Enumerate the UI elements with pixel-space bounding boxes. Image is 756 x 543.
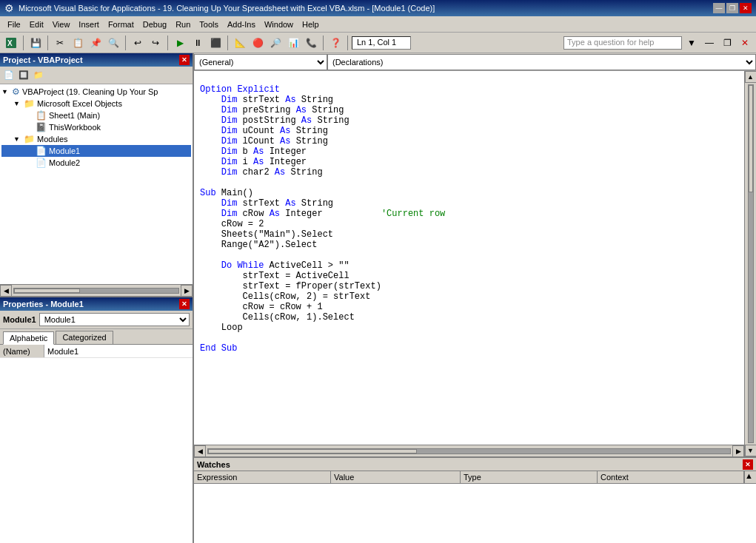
code-vscroll-track[interactable] bbox=[748, 84, 754, 443]
tree-modules-label: Modules bbox=[37, 135, 68, 144]
watches-col-context: Context bbox=[598, 471, 744, 483]
prop-val-name[interactable]: Module1 bbox=[44, 347, 81, 356]
code-panel: (General) (Declarations) Option Explicit… bbox=[194, 53, 756, 543]
menu-item-window[interactable]: Window bbox=[260, 18, 298, 30]
menu-item-edit[interactable]: Edit bbox=[25, 18, 48, 30]
tree-module2-label: Module2 bbox=[49, 158, 80, 167]
menu-item-debug[interactable]: Debug bbox=[138, 18, 171, 30]
project-title: Project - VBAProject bbox=[3, 55, 83, 64]
help-search-btn[interactable]: ▼ bbox=[683, 35, 700, 51]
prop-tab-categorized[interactable]: Categorized bbox=[56, 331, 113, 344]
toolbar-undo[interactable]: ↩ bbox=[130, 35, 146, 51]
code-combo-declarations[interactable]: (Declarations) bbox=[327, 54, 756, 70]
tree-module1-label: Module1 bbox=[49, 146, 80, 155]
code-hscroll-thumb[interactable] bbox=[208, 449, 417, 453]
properties-panel: Properties - Module1 ✕ Module1 Module1 A… bbox=[0, 297, 193, 543]
hscroll-left[interactable]: ◀ bbox=[0, 285, 12, 297]
code-vscroll[interactable]: ▲ ▼ bbox=[744, 71, 756, 456]
tree-thisworkbook[interactable]: 📓 ThisWorkbook bbox=[1, 121, 191, 133]
menu-item-view[interactable]: View bbox=[48, 18, 75, 30]
help-input[interactable]: Type a question for help bbox=[563, 36, 682, 50]
code-editor[interactable]: Option Explicit Dim strText As String Di… bbox=[194, 71, 744, 445]
toolbar-redo[interactable]: ↪ bbox=[147, 35, 164, 51]
menu-item-run[interactable]: Run bbox=[171, 18, 195, 30]
menu-item-help[interactable]: Help bbox=[298, 18, 324, 30]
tree-excel-objects[interactable]: ▼ 📁 Microsoft Excel Objects bbox=[1, 98, 191, 109]
restore-button[interactable]: ❐ bbox=[726, 3, 738, 13]
properties-close-btn[interactable]: ✕ bbox=[179, 299, 190, 309]
hscroll-track[interactable] bbox=[13, 288, 179, 294]
code-vscroll-down[interactable]: ▼ bbox=[745, 445, 757, 456]
toolbar-restore-all[interactable]: ❐ bbox=[719, 35, 735, 51]
toolbar-locals[interactable]: 📊 bbox=[285, 35, 301, 51]
toolbar-save[interactable]: 💾 bbox=[27, 35, 44, 51]
tree-module2[interactable]: 📄 Module2 bbox=[1, 157, 191, 169]
menu-item-format[interactable]: Format bbox=[104, 18, 138, 30]
toolbar-pause[interactable]: ⏸ bbox=[190, 35, 206, 51]
toolbar-btn-excel[interactable]: X bbox=[3, 35, 19, 51]
toolbar-watch[interactable]: 🔎 bbox=[267, 35, 284, 51]
hscroll-thumb[interactable] bbox=[14, 289, 80, 293]
prop-tab-alphabetic[interactable]: Alphabetic bbox=[3, 331, 54, 345]
toolbar-copy[interactable]: 📋 bbox=[70, 35, 86, 51]
project-view-code[interactable]: 📄 bbox=[1, 69, 16, 82]
close-button[interactable]: ✕ bbox=[740, 3, 752, 13]
project-panel: Project - VBAProject ✕ 📄 🔲 📁 ▼ ⚙ VBAProj… bbox=[0, 53, 193, 297]
watches-body bbox=[194, 484, 756, 543]
code-scroll-area: Option Explicit Dim strText As String Di… bbox=[194, 71, 744, 456]
prop-tabs: Alphabetic Categorized bbox=[0, 329, 193, 345]
toolbar-find[interactable]: 🔍 bbox=[105, 35, 121, 51]
main-area: Project - VBAProject ✕ 📄 🔲 📁 ▼ ⚙ VBAProj… bbox=[0, 53, 756, 543]
project-tree[interactable]: ▼ ⚙ VBAProject (19. Cleaning Up Your Sp … bbox=[0, 84, 193, 284]
watches-grid: Expression Value Type Context ▲ bbox=[194, 471, 756, 543]
watches-vscroll-top: ▲ bbox=[744, 471, 756, 483]
tree-excel-objects-label: Microsoft Excel Objects bbox=[37, 99, 122, 108]
app-icon: ⚙ bbox=[4, 2, 14, 14]
minimize-button[interactable]: — bbox=[713, 3, 725, 13]
tree-sheet1[interactable]: 📋 Sheet1 (Main) bbox=[1, 109, 191, 121]
tree-thisworkbook-label: ThisWorkbook bbox=[49, 123, 101, 132]
code-vscroll-up[interactable]: ▲ bbox=[745, 71, 757, 83]
code-hscroll[interactable]: ◀ ▶ bbox=[194, 445, 744, 456]
menu-item-insert[interactable]: Insert bbox=[74, 18, 104, 30]
tree-root[interactable]: ▼ ⚙ VBAProject (19. Cleaning Up Your Sp bbox=[1, 86, 191, 98]
toolbar-run[interactable]: ▶ bbox=[172, 35, 188, 51]
properties-title: Properties - Module1 bbox=[3, 300, 84, 308]
code-hscroll-track[interactable] bbox=[207, 448, 731, 454]
project-toggle-folders[interactable]: 📁 bbox=[31, 69, 46, 82]
project-hscroll[interactable]: ◀ ▶ bbox=[0, 284, 193, 296]
code-combo-general[interactable]: (General) bbox=[194, 54, 327, 70]
hscroll-right[interactable]: ▶ bbox=[181, 285, 193, 297]
toolbar: X 💾 ✂ 📋 📌 🔍 ↩ ↪ ▶ ⏸ ⬛ 📐 🔴 🔎 📊 📞 ❓ Ln 1, … bbox=[0, 33, 756, 53]
tree-module1[interactable]: 📄 Module1 bbox=[1, 145, 191, 157]
toolbar-stop[interactable]: ⬛ bbox=[207, 35, 224, 51]
menu-item-add-ins[interactable]: Add-Ins bbox=[223, 18, 260, 30]
toolbar-minimize-all[interactable]: — bbox=[701, 35, 717, 51]
cursor-position: Ln 1, Col 1 bbox=[352, 36, 411, 50]
toolbar-bkpt[interactable]: 🔴 bbox=[250, 35, 266, 51]
prop-row-name: (Name) Module1 bbox=[0, 345, 193, 358]
left-panel: Project - VBAProject ✕ 📄 🔲 📁 ▼ ⚙ VBAProj… bbox=[0, 53, 194, 543]
watches-close-btn[interactable]: ✕ bbox=[743, 459, 753, 470]
code-hscroll-right[interactable]: ▶ bbox=[732, 445, 744, 457]
code-vscroll-thumb[interactable] bbox=[749, 85, 753, 192]
prop-object-row: Module1 Module1 bbox=[0, 311, 193, 329]
prop-content: Module1 Module1 Alphabetic Categorized (… bbox=[0, 311, 193, 543]
toolbar-cut[interactable]: ✂ bbox=[52, 35, 68, 51]
toolbar-design[interactable]: 📐 bbox=[232, 35, 248, 51]
tree-modules[interactable]: ▼ 📁 Modules bbox=[1, 133, 191, 145]
project-view-object[interactable]: 🔲 bbox=[16, 69, 31, 82]
toolbar-close-main[interactable]: ✕ bbox=[737, 35, 753, 51]
toolbar-paste[interactable]: 📌 bbox=[87, 35, 104, 51]
toolbar-sep-7 bbox=[347, 36, 348, 50]
properties-titlebar: Properties - Module1 ✕ bbox=[0, 297, 193, 311]
title-bar: ⚙ Microsoft Visual Basic for Application… bbox=[0, 0, 756, 16]
project-close-btn[interactable]: ✕ bbox=[179, 55, 190, 65]
watches-panel: Watches ✕ Expression Value Type Context … bbox=[194, 456, 756, 543]
toolbar-help[interactable]: ❓ bbox=[327, 35, 344, 51]
menu-item-tools[interactable]: Tools bbox=[195, 18, 223, 30]
toolbar-call[interactable]: 📞 bbox=[303, 35, 319, 51]
code-hscroll-left[interactable]: ◀ bbox=[194, 445, 206, 457]
menu-item-file[interactable]: File bbox=[3, 18, 25, 30]
prop-object-dropdown[interactable]: Module1 bbox=[39, 313, 190, 326]
